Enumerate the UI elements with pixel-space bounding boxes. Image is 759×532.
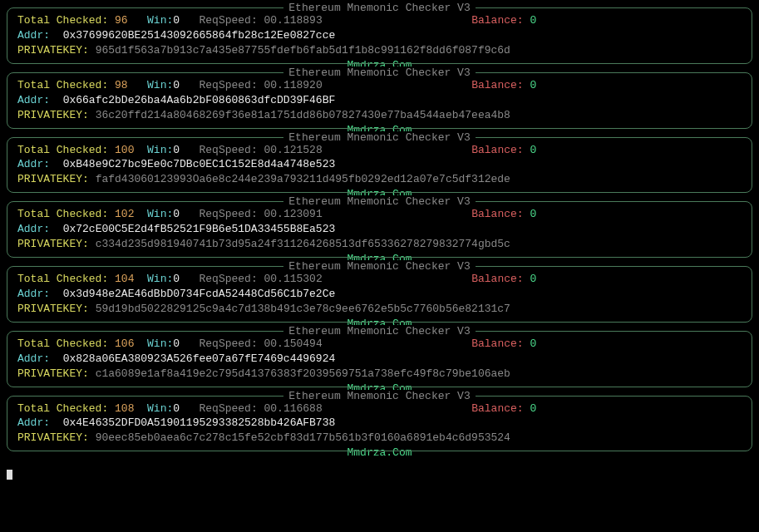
win-label: Win:: [147, 14, 173, 27]
win-label: Win:: [147, 273, 173, 285]
pk-row: PRIVATEKEY: c334d235d981940741b73d95a24f…: [17, 237, 743, 252]
pk-row: PRIVATEKEY: 36c20ffd214a80468269f36e81a1…: [17, 108, 743, 123]
balance-label: Balance:: [471, 273, 523, 285]
pk-row: PRIVATEKEY: fafd43060123993Oa6e8c244e239…: [17, 172, 743, 187]
reqspeed-label: ReqSpeed:: [199, 14, 257, 27]
addr-value: 0x4E46352DFD0A51901195293382528bb426AFB7…: [63, 416, 336, 429]
total-checked-label: Total Checked:: [17, 79, 108, 91]
win-value: 0: [173, 79, 180, 91]
win-value: 0: [173, 273, 180, 285]
reqspeed-value: 00.116688: [264, 402, 323, 415]
total-checked-label: Total Checked:: [17, 273, 108, 285]
balance-value: 0: [530, 79, 536, 91]
addr-label: Addr:: [17, 352, 50, 365]
win-value: 0: [173, 402, 180, 415]
addr-value: 0x66afc2bDe26ba4Aa6b2bF0860863dfcDD39F46…: [63, 94, 336, 106]
total-checked-value: 102: [115, 208, 134, 220]
balance-value: 0: [530, 208, 536, 220]
reqspeed-value: 00.118893: [264, 14, 323, 27]
addr-label: Addr:: [17, 94, 50, 106]
balance-value: 0: [530, 402, 536, 415]
win-label: Win:: [147, 208, 173, 220]
block-title-text: Ethereum Mnemonic Checker V3: [283, 325, 475, 337]
addr-value: 0x37699620BE25143092665864fb28c12Ee0827c…: [63, 29, 336, 42]
privatekey-value: 90eec85eb0aea6c7c278c15fe52cbf83d177b561…: [96, 431, 510, 444]
addr-label: Addr:: [17, 158, 50, 170]
checker-block: Ethereum Mnemonic Checker V3Total Checke…: [7, 331, 752, 387]
total-checked-label: Total Checked:: [17, 208, 108, 220]
addr-value: 0x3d948e2AE46dBbD0734FcdA52448Cd56C1b7e2…: [63, 288, 336, 300]
checker-block: Ethereum Mnemonic Checker V3Total Checke…: [7, 201, 752, 258]
balance-value: 0: [530, 14, 536, 27]
privatekey-label: PRIVATEKEY:: [17, 109, 89, 121]
addr-row: Addr: 0x3d948e2AE46dBbD0734FcdA52448Cd56…: [17, 287, 743, 302]
block-title-text: Ethereum Mnemonic Checker V3: [283, 195, 475, 208]
total-checked-label: Total Checked:: [17, 402, 108, 415]
reqspeed-label: ReqSpeed:: [199, 208, 257, 220]
addr-value: 0x828a06EA380923A526fee07a67fE7469c44969…: [63, 352, 336, 365]
total-checked-value: 104: [115, 273, 134, 285]
win-value: 0: [173, 208, 180, 220]
block-title: Ethereum Mnemonic Checker V3: [7, 1, 752, 16]
win-label: Win:: [147, 79, 173, 91]
privatekey-value: c334d235d981940741b73d95a24f311264268513…: [96, 238, 510, 250]
reqspeed-label: ReqSpeed:: [199, 273, 257, 285]
checker-block: Ethereum Mnemonic Checker V3Total Checke…: [7, 266, 752, 323]
checker-block: Ethereum Mnemonic Checker V3Total Checke…: [7, 72, 752, 129]
reqspeed-label: ReqSpeed:: [199, 402, 257, 415]
privatekey-label: PRIVATEKEY:: [17, 44, 89, 57]
reqspeed-label: ReqSpeed:: [199, 79, 257, 91]
reqspeed-label: ReqSpeed:: [199, 337, 257, 350]
balance-value: 0: [530, 144, 536, 156]
reqspeed-label: ReqSpeed:: [199, 144, 257, 156]
block-title: Ethereum Mnemonic Checker V3: [7, 131, 752, 145]
addr-row: Addr: 0x828a06EA380923A526fee07a67fE7469…: [17, 352, 743, 367]
privatekey-value: 965d1f563a7b913c7a435e87755fdefb6fab5d1f…: [96, 44, 510, 57]
balance-label: Balance:: [471, 402, 523, 415]
balance-label: Balance:: [471, 337, 523, 350]
pk-row: PRIVATEKEY: 59d19bd5022829125c9a4c7d138b…: [17, 302, 743, 317]
block-title: Ethereum Mnemonic Checker V3: [7, 324, 752, 339]
balance-value: 0: [530, 273, 536, 285]
addr-value: 0xB48e9C27bc9Ee0c7DBc0EC1C152E8d4a4748e5…: [63, 158, 336, 170]
privatekey-label: PRIVATEKEY:: [17, 303, 89, 315]
block-title: Ethereum Mnemonic Checker V3: [7, 259, 752, 274]
privatekey-value: 59d19bd5022829125c9a4c7d138b491c3e78c9ee…: [96, 303, 510, 315]
pk-row: PRIVATEKEY: 90eec85eb0aea6c7c278c15fe52c…: [17, 431, 743, 446]
addr-label: Addr:: [17, 29, 50, 42]
addr-label: Addr:: [17, 416, 50, 429]
terminal-cursor: [7, 467, 752, 485]
total-checked-label: Total Checked:: [17, 337, 108, 350]
block-title: Ethereum Mnemonic Checker V3: [7, 66, 752, 81]
win-label: Win:: [147, 402, 173, 415]
total-checked-value: 106: [115, 337, 134, 350]
reqspeed-value: 00.123091: [264, 208, 323, 220]
privatekey-label: PRIVATEKEY:: [17, 367, 89, 380]
reqspeed-value: 00.121528: [264, 144, 323, 156]
addr-row: Addr: 0x66afc2bDe26ba4Aa6b2bF0860863dfcD…: [17, 93, 743, 108]
total-checked-value: 96: [115, 14, 128, 27]
block-title-text: Ethereum Mnemonic Checker V3: [283, 390, 475, 402]
reqspeed-value: 00.150494: [264, 337, 323, 350]
total-checked-label: Total Checked:: [17, 144, 108, 156]
block-title-text: Ethereum Mnemonic Checker V3: [283, 260, 475, 273]
addr-label: Addr:: [17, 223, 50, 235]
privatekey-label: PRIVATEKEY:: [17, 238, 89, 250]
addr-label: Addr:: [17, 288, 50, 300]
addr-row: Addr: 0x37699620BE25143092665864fb28c12E…: [17, 28, 743, 43]
win-value: 0: [173, 337, 180, 350]
win-value: 0: [173, 14, 180, 27]
privatekey-value: fafd43060123993Oa6e8c244e239a793211d495f…: [96, 173, 510, 185]
win-label: Win:: [147, 144, 173, 156]
reqspeed-value: 00.115302: [264, 273, 323, 285]
privatekey-label: PRIVATEKEY:: [17, 173, 89, 185]
addr-row: Addr: 0xB48e9C27bc9Ee0c7DBc0EC1C152E8d4a…: [17, 157, 743, 172]
total-checked-value: 98: [115, 79, 128, 91]
total-checked-label: Total Checked:: [17, 14, 108, 27]
total-checked-value: 100: [115, 144, 134, 156]
block-title-text: Ethereum Mnemonic Checker V3: [283, 2, 475, 14]
privatekey-label: PRIVATEKEY:: [17, 431, 89, 444]
total-checked-value: 108: [115, 402, 134, 415]
win-value: 0: [173, 144, 180, 156]
addr-value: 0x72cE00C5E2d4fB52521F9B6e51DA33455B8Ea5…: [63, 223, 336, 235]
